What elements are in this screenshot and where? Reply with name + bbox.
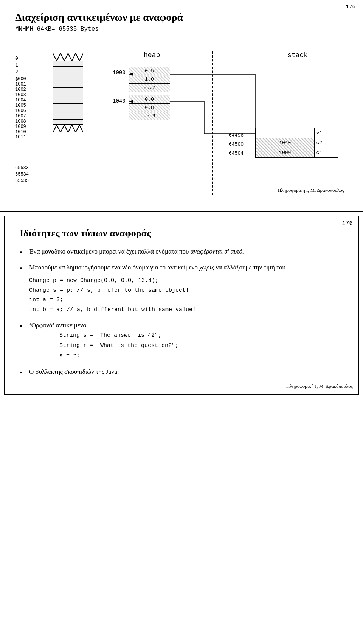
bottom-section: 176 Ιδιότητες των τύπων αναφοράς Ένα μον… (4, 216, 359, 395)
heap-cells-1040: 0.0 0.8 -5.9 (129, 95, 170, 120)
page-number-bottom: 176 (342, 220, 353, 227)
stack-table: v1 1040 c2 1000 c1 (255, 128, 338, 158)
page-title: Διαχείριση αντικειμένων με αναφορά (15, 11, 348, 23)
addr-0: 0 (15, 55, 18, 62)
heap-addr-label-1040: 1040 (113, 98, 126, 104)
mem-cells (53, 61, 83, 125)
stack-name-v1: v1 (315, 128, 338, 138)
heap-cells-1000: 0.5 1.0 25.2 (129, 67, 170, 92)
section-title: Ιδιότητες των τύπων αναφοράς (20, 228, 343, 239)
code-line-2: Charge s = p; // s, p refer to the same … (29, 287, 189, 294)
zigzag-bot (53, 125, 83, 132)
bullet-item-3: ‘Ορφανά’ αντικείμενα String s = "The ans… (20, 320, 343, 361)
stack-addresses: 64496 64500 64504 (229, 131, 244, 158)
dashed-separator-line (212, 51, 213, 195)
code-block-1: Charge p = new Charge(0.0, 0.0, 13.4); C… (29, 276, 343, 314)
diagram-area: 0 1 2 3 (15, 40, 348, 199)
heap-block-1000: 0.5 1.0 25.2 (129, 67, 170, 92)
page-subtitle: ΜΝΗΜΗ 64KB= 65535 Bytes (15, 26, 348, 33)
addr-2: 2 (15, 69, 18, 76)
bullet1-italic: αναφέρονται σ' αυτό. (191, 248, 244, 255)
bullet2-italic: χωρίς (199, 264, 214, 271)
stack-label: stack (287, 51, 308, 59)
orphan-code-1: String s = "The answer is 42"; (59, 330, 343, 341)
bullet4-text: Ο συλλέκτης σκουπιδιών της Java. (29, 368, 119, 375)
heap-block-1040: 0.0 0.8 -5.9 (129, 95, 170, 120)
addr-1: 1 (15, 62, 18, 69)
heap-addr-label-1000: 1000 (113, 70, 126, 76)
orphan-code-block: String s = "The answer is 42"; String r … (59, 330, 343, 361)
bullet-item-1: Ένα μοναδικό αντικείμενο μπορεί να έχει … (20, 247, 343, 257)
bullet-item-4: Ο συλλέκτης σκουπιδιών της Java. (20, 367, 343, 377)
mem-addresses-bot: 65533 65534 65535 (15, 165, 29, 184)
code-line-4: int b = a; // a, b different but with sa… (29, 306, 196, 313)
stack-cells: v1 1040 c2 1000 c1 (255, 128, 338, 158)
bullet3-label: ‘Ορφανά’ αντικείμενα (29, 322, 87, 329)
bullet2-post: να αλλάξουμε την τιμή του. (214, 264, 287, 271)
author-bottom: Πληροφορική Ι, Μ. Δρακόπουλος (286, 383, 353, 389)
orphan-code-3: s = r; (59, 351, 343, 361)
author-top: Πληροφορική Ι, Μ. Δρακόπουλος (278, 187, 344, 193)
code-line-3: int a = 3; (29, 297, 63, 303)
top-section: 176 Διαχείριση αντικειμένων με αναφορά Μ… (0, 0, 363, 212)
orphan-code-2: String r = "What is the question?"; (59, 341, 343, 351)
stack-val-c1: 1000 (256, 148, 315, 158)
memory-table (53, 53, 83, 132)
bullet2-pre: Μπορούμε να δημιουργήσουμε ένα νέο όνομα… (29, 264, 199, 271)
bullet-item-2: Μπορούμε να δημιουργήσουμε ένα νέο όνομα… (20, 263, 343, 315)
stack-name-c2: c2 (315, 138, 338, 148)
bullet1-text: Ένα μοναδικό αντικείμενο μπορεί να έχει … (29, 248, 191, 255)
stack-val-c2: 1040 (256, 138, 315, 148)
code-line-1: Charge p = new Charge(0.0, 0.0, 13.4); (29, 277, 158, 284)
page-number-top: 176 (346, 4, 355, 10)
stack-name-c1: c1 (315, 148, 338, 158)
heap-label: heap (144, 51, 160, 59)
main-bullet-list: Ένα μοναδικό αντικείμενο μπορεί να έχει … (20, 247, 343, 376)
zigzag-top (53, 53, 83, 61)
mem-addresses-mid: 1000 1001 1002 1003 1004 1005 1006 1007 … (15, 77, 26, 140)
